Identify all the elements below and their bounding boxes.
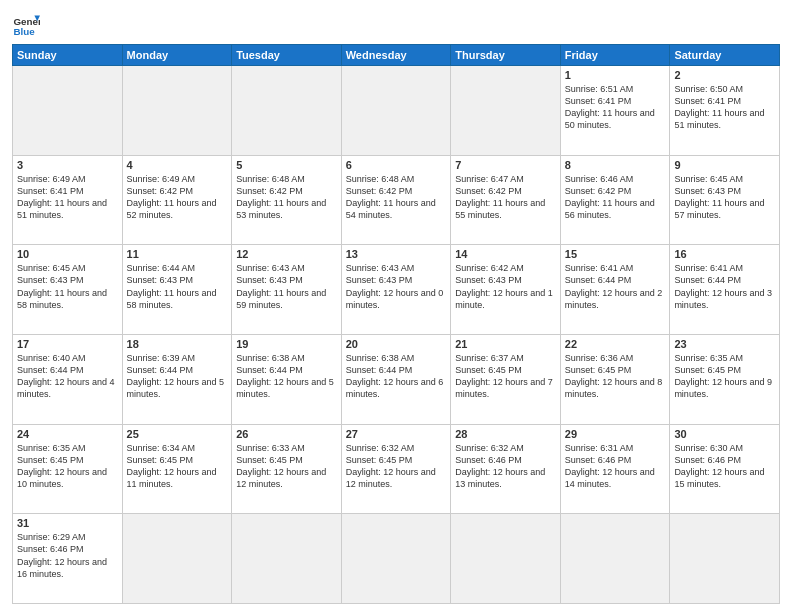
day-info: Sunrise: 6:43 AM Sunset: 6:43 PM Dayligh… — [236, 262, 337, 311]
day-number: 13 — [346, 248, 447, 260]
calendar-cell — [451, 514, 561, 604]
day-number: 23 — [674, 338, 775, 350]
day-info: Sunrise: 6:38 AM Sunset: 6:44 PM Dayligh… — [346, 352, 447, 401]
calendar-cell: 25Sunrise: 6:34 AM Sunset: 6:45 PM Dayli… — [122, 424, 232, 514]
logo: General Blue — [12, 10, 44, 38]
calendar-cell: 23Sunrise: 6:35 AM Sunset: 6:45 PM Dayli… — [670, 334, 780, 424]
calendar-cell: 28Sunrise: 6:32 AM Sunset: 6:46 PM Dayli… — [451, 424, 561, 514]
day-number: 3 — [17, 159, 118, 171]
day-number: 1 — [565, 69, 666, 81]
calendar-cell: 8Sunrise: 6:46 AM Sunset: 6:42 PM Daylig… — [560, 155, 670, 245]
day-number: 27 — [346, 428, 447, 440]
col-header-tuesday: Tuesday — [232, 45, 342, 66]
day-number: 26 — [236, 428, 337, 440]
day-number: 29 — [565, 428, 666, 440]
day-info: Sunrise: 6:48 AM Sunset: 6:42 PM Dayligh… — [346, 173, 447, 222]
calendar-cell — [122, 514, 232, 604]
day-info: Sunrise: 6:32 AM Sunset: 6:46 PM Dayligh… — [455, 442, 556, 491]
day-number: 6 — [346, 159, 447, 171]
calendar-cell: 10Sunrise: 6:45 AM Sunset: 6:43 PM Dayli… — [13, 245, 123, 335]
svg-text:Blue: Blue — [13, 26, 35, 37]
day-number: 11 — [127, 248, 228, 260]
calendar-cell: 9Sunrise: 6:45 AM Sunset: 6:43 PM Daylig… — [670, 155, 780, 245]
day-info: Sunrise: 6:38 AM Sunset: 6:44 PM Dayligh… — [236, 352, 337, 401]
day-info: Sunrise: 6:45 AM Sunset: 6:43 PM Dayligh… — [17, 262, 118, 311]
day-number: 2 — [674, 69, 775, 81]
day-info: Sunrise: 6:34 AM Sunset: 6:45 PM Dayligh… — [127, 442, 228, 491]
day-info: Sunrise: 6:48 AM Sunset: 6:42 PM Dayligh… — [236, 173, 337, 222]
calendar-cell — [341, 514, 451, 604]
col-header-friday: Friday — [560, 45, 670, 66]
day-info: Sunrise: 6:37 AM Sunset: 6:45 PM Dayligh… — [455, 352, 556, 401]
day-info: Sunrise: 6:35 AM Sunset: 6:45 PM Dayligh… — [674, 352, 775, 401]
day-info: Sunrise: 6:41 AM Sunset: 6:44 PM Dayligh… — [565, 262, 666, 311]
day-number: 14 — [455, 248, 556, 260]
calendar-cell — [232, 514, 342, 604]
day-info: Sunrise: 6:45 AM Sunset: 6:43 PM Dayligh… — [674, 173, 775, 222]
day-info: Sunrise: 6:41 AM Sunset: 6:44 PM Dayligh… — [674, 262, 775, 311]
calendar-cell: 27Sunrise: 6:32 AM Sunset: 6:45 PM Dayli… — [341, 424, 451, 514]
day-info: Sunrise: 6:47 AM Sunset: 6:42 PM Dayligh… — [455, 173, 556, 222]
day-number: 30 — [674, 428, 775, 440]
day-number: 12 — [236, 248, 337, 260]
day-info: Sunrise: 6:33 AM Sunset: 6:45 PM Dayligh… — [236, 442, 337, 491]
day-info: Sunrise: 6:35 AM Sunset: 6:45 PM Dayligh… — [17, 442, 118, 491]
day-number: 7 — [455, 159, 556, 171]
day-info: Sunrise: 6:49 AM Sunset: 6:41 PM Dayligh… — [17, 173, 118, 222]
calendar-cell: 22Sunrise: 6:36 AM Sunset: 6:45 PM Dayli… — [560, 334, 670, 424]
calendar-page: General Blue SundayMondayTuesdayWednesda… — [0, 0, 792, 612]
day-number: 5 — [236, 159, 337, 171]
day-info: Sunrise: 6:40 AM Sunset: 6:44 PM Dayligh… — [17, 352, 118, 401]
logo-icon: General Blue — [12, 10, 40, 38]
calendar-cell — [13, 66, 123, 156]
calendar-cell: 5Sunrise: 6:48 AM Sunset: 6:42 PM Daylig… — [232, 155, 342, 245]
calendar-cell: 17Sunrise: 6:40 AM Sunset: 6:44 PM Dayli… — [13, 334, 123, 424]
day-number: 10 — [17, 248, 118, 260]
calendar-cell: 2Sunrise: 6:50 AM Sunset: 6:41 PM Daylig… — [670, 66, 780, 156]
day-number: 20 — [346, 338, 447, 350]
calendar-cell — [122, 66, 232, 156]
day-number: 21 — [455, 338, 556, 350]
day-number: 24 — [17, 428, 118, 440]
calendar-cell: 30Sunrise: 6:30 AM Sunset: 6:46 PM Dayli… — [670, 424, 780, 514]
day-info: Sunrise: 6:30 AM Sunset: 6:46 PM Dayligh… — [674, 442, 775, 491]
col-header-wednesday: Wednesday — [341, 45, 451, 66]
day-info: Sunrise: 6:46 AM Sunset: 6:42 PM Dayligh… — [565, 173, 666, 222]
col-header-saturday: Saturday — [670, 45, 780, 66]
calendar-cell: 12Sunrise: 6:43 AM Sunset: 6:43 PM Dayli… — [232, 245, 342, 335]
calendar-cell: 3Sunrise: 6:49 AM Sunset: 6:41 PM Daylig… — [13, 155, 123, 245]
day-info: Sunrise: 6:36 AM Sunset: 6:45 PM Dayligh… — [565, 352, 666, 401]
day-info: Sunrise: 6:49 AM Sunset: 6:42 PM Dayligh… — [127, 173, 228, 222]
day-info: Sunrise: 6:43 AM Sunset: 6:43 PM Dayligh… — [346, 262, 447, 311]
calendar-cell — [560, 514, 670, 604]
calendar-cell: 29Sunrise: 6:31 AM Sunset: 6:46 PM Dayli… — [560, 424, 670, 514]
day-number: 16 — [674, 248, 775, 260]
day-number: 31 — [17, 517, 118, 529]
calendar-cell: 4Sunrise: 6:49 AM Sunset: 6:42 PM Daylig… — [122, 155, 232, 245]
calendar-cell: 21Sunrise: 6:37 AM Sunset: 6:45 PM Dayli… — [451, 334, 561, 424]
day-info: Sunrise: 6:39 AM Sunset: 6:44 PM Dayligh… — [127, 352, 228, 401]
calendar-cell: 15Sunrise: 6:41 AM Sunset: 6:44 PM Dayli… — [560, 245, 670, 335]
calendar-cell: 7Sunrise: 6:47 AM Sunset: 6:42 PM Daylig… — [451, 155, 561, 245]
calendar-cell: 11Sunrise: 6:44 AM Sunset: 6:43 PM Dayli… — [122, 245, 232, 335]
day-info: Sunrise: 6:44 AM Sunset: 6:43 PM Dayligh… — [127, 262, 228, 311]
day-number: 22 — [565, 338, 666, 350]
col-header-thursday: Thursday — [451, 45, 561, 66]
calendar-cell: 6Sunrise: 6:48 AM Sunset: 6:42 PM Daylig… — [341, 155, 451, 245]
calendar-cell: 1Sunrise: 6:51 AM Sunset: 6:41 PM Daylig… — [560, 66, 670, 156]
day-number: 19 — [236, 338, 337, 350]
day-info: Sunrise: 6:31 AM Sunset: 6:46 PM Dayligh… — [565, 442, 666, 491]
day-number: 18 — [127, 338, 228, 350]
day-info: Sunrise: 6:32 AM Sunset: 6:45 PM Dayligh… — [346, 442, 447, 491]
day-info: Sunrise: 6:50 AM Sunset: 6:41 PM Dayligh… — [674, 83, 775, 132]
day-info: Sunrise: 6:51 AM Sunset: 6:41 PM Dayligh… — [565, 83, 666, 132]
calendar-cell — [451, 66, 561, 156]
day-number: 15 — [565, 248, 666, 260]
day-info: Sunrise: 6:42 AM Sunset: 6:43 PM Dayligh… — [455, 262, 556, 311]
calendar-cell — [232, 66, 342, 156]
calendar-cell: 18Sunrise: 6:39 AM Sunset: 6:44 PM Dayli… — [122, 334, 232, 424]
calendar-cell: 31Sunrise: 6:29 AM Sunset: 6:46 PM Dayli… — [13, 514, 123, 604]
header: General Blue — [12, 10, 780, 38]
day-number: 4 — [127, 159, 228, 171]
day-number: 28 — [455, 428, 556, 440]
